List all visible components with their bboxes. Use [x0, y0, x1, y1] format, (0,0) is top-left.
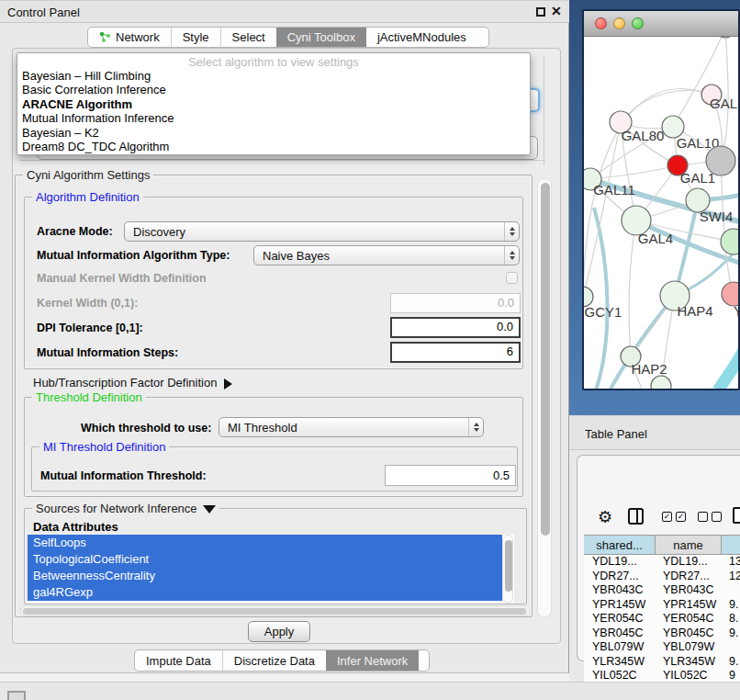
node-label: HAP2: [631, 361, 667, 377]
dropdown-item[interactable]: Bayesian – K2: [17, 126, 530, 140]
dropdown-prompt: Select algorithm to view settings: [17, 53, 530, 69]
node-label: GAL1: [680, 170, 715, 186]
network-edge[interactable]: [594, 208, 608, 389]
dropdown-item-list: Bayesian – Hill ClimbingBasic Correlatio…: [17, 69, 530, 153]
settings-horizontal-scrollbar[interactable]: [20, 605, 531, 616]
mi-steps-input[interactable]: 6: [390, 342, 521, 363]
network-edge[interactable]: [718, 350, 740, 389]
zoom-traffic-light-icon[interactable]: [632, 17, 644, 29]
mi-type-combobox[interactable]: Naive Bayes: [253, 245, 520, 265]
close-icon[interactable]: ✕: [551, 4, 562, 18]
network-edge[interactable]: [621, 91, 712, 122]
node-table-rows[interactable]: YDL19...YDL19...13YDR27...YDR27...12YBR0…: [584, 555, 740, 683]
aracne-mode-label: Aracne Mode:: [37, 225, 113, 238]
dropdown-item[interactable]: Basic Correlation Inference: [17, 83, 530, 96]
network-edge[interactable]: [721, 161, 733, 294]
table-row[interactable]: YBL079WYBL079W: [584, 640, 740, 655]
table-cell: YDR27...: [656, 570, 722, 584]
checked-box-icon[interactable]: ✓: [676, 512, 686, 522]
panel-title: Control Panel: [7, 6, 80, 19]
stepper-arrows-icon: [468, 418, 483, 436]
table-row[interactable]: YDL19...YDL19...13: [584, 555, 740, 570]
table-cell: YBR043C: [584, 583, 656, 598]
tab-impute-data[interactable]: Impute Data: [135, 650, 222, 671]
which-threshold-combobox[interactable]: MI Threshold: [219, 417, 484, 437]
float-window-icon[interactable]: [536, 7, 545, 17]
checked-box-icon[interactable]: ✓: [662, 512, 672, 522]
tab-label: Cyni Toolbox: [287, 30, 355, 44]
manual-kernel-checkbox[interactable]: [506, 272, 518, 284]
data-attributes-list[interactable]: SelfLoopsTopologicalCoefficientBetweenne…: [28, 535, 514, 604]
dropdown-item[interactable]: Dream8 DC_TDC Algorithm: [17, 140, 530, 153]
tab-cyni-toolbox[interactable]: Cyni Toolbox: [276, 28, 366, 47]
attribute-list-item[interactable]: TopologicalCoefficient: [28, 551, 502, 568]
kernel-width-input[interactable]: 0.0: [390, 293, 521, 313]
dropdown-item[interactable]: ARACNE Algorithm: [17, 97, 530, 111]
collapsed-arrow-icon: [224, 378, 232, 390]
table-row[interactable]: YBR043CYBR043C: [584, 583, 740, 598]
algorithm-dropdown-popup: Select algorithm to view settings Bayesi…: [17, 52, 531, 155]
tab-label: Style: [183, 30, 209, 44]
attribute-list-item[interactable]: BetweennessCentrality: [28, 568, 502, 584]
tab-select[interactable]: Select: [220, 28, 276, 47]
network-node[interactable]: [651, 376, 671, 389]
table-cell: YDR27...: [584, 570, 656, 584]
mi-type-label: Mutual Information Algorithm Type:: [37, 249, 230, 262]
unchecked-box-icon[interactable]: [698, 512, 708, 522]
network-node[interactable]: [721, 229, 740, 254]
table-row[interactable]: YER054CYER054C8.: [584, 612, 740, 627]
close-traffic-light-icon[interactable]: [595, 17, 607, 29]
table-row[interactable]: YLR345WYLR345W9.: [584, 655, 740, 670]
attributes-scrollbar[interactable]: [502, 535, 513, 604]
group-title: Algorithm Definition: [32, 190, 143, 204]
column-header-shared-name[interactable]: shared...: [584, 535, 656, 555]
dropdown-item[interactable]: Bayesian – Hill Climbing: [17, 69, 530, 83]
tab-jactivemnodules[interactable]: jActiveMNodules: [366, 28, 477, 47]
column-header-name[interactable]: name: [656, 535, 722, 555]
tab-network[interactable]: Network: [88, 28, 171, 47]
tab-discretize-data[interactable]: Discretize Data: [222, 650, 326, 671]
document-icon[interactable]: [733, 507, 740, 524]
dropdown-item[interactable]: Mutual Information Inference: [17, 111, 530, 125]
attribute-list-item[interactable]: gal4RGexp: [28, 584, 502, 601]
table-row[interactable]: YBR045CYBR045C9.: [584, 627, 740, 641]
network-edge[interactable]: [629, 220, 636, 356]
table-cell: YPR145W: [656, 598, 722, 613]
table-cell: 13: [722, 555, 740, 570]
table-cell: YBL079W: [584, 640, 656, 655]
tab-style[interactable]: Style: [171, 28, 220, 47]
tab-infer-network[interactable]: Infer Network: [326, 650, 419, 671]
table-cell: 8.: [722, 612, 738, 627]
dpi-tolerance-input[interactable]: 0.0: [390, 317, 521, 338]
network-icon: [99, 31, 111, 43]
mi-threshold-label: Mutual Information Threshold:: [40, 469, 207, 482]
table-row[interactable]: YPR145WYPR145W9.: [584, 598, 740, 613]
network-edge[interactable]: [584, 122, 621, 297]
network-canvas[interactable]: GALGAL80GAL10GAL1GAL11SWI4GAL4GCY1HAP4YH…: [584, 37, 740, 389]
aracne-mode-combobox[interactable]: Discovery: [124, 221, 520, 242]
network-window-titlebar[interactable]: [584, 11, 738, 37]
split-columns-icon[interactable]: [628, 508, 644, 525]
tab-label: Impute Data: [146, 654, 211, 668]
mi-threshold-input[interactable]: 0.5: [385, 465, 516, 486]
aracne-mode-value: Discovery: [125, 225, 504, 239]
apply-button[interactable]: Apply: [248, 621, 310, 642]
table-cell: YER054C: [584, 612, 656, 627]
network-node[interactable]: [715, 37, 735, 38]
table-cell: YLR345W: [656, 655, 722, 670]
minimize-traffic-light-icon[interactable]: [613, 17, 625, 29]
column-header-cut[interactable]: [722, 535, 740, 555]
table-cell: [722, 583, 729, 598]
table-cell: YLR345W: [584, 655, 656, 670]
settings-vertical-scrollbar[interactable]: [537, 178, 552, 617]
unchecked-box-icon[interactable]: [712, 512, 722, 522]
minimized-panel-icon[interactable]: [7, 691, 26, 700]
table-cell: YER054C: [656, 612, 722, 627]
table-row[interactable]: YDR27...YDR27...12: [584, 570, 740, 584]
network-edge[interactable]: [590, 165, 678, 179]
node-label: GAL4: [638, 231, 673, 246]
sources-title[interactable]: Sources for Network Inference: [32, 502, 219, 515]
hub-definition-toggle[interactable]: Hub/Transcription Factor Definition: [33, 376, 232, 390]
attribute-list-item[interactable]: SelfLoops: [28, 535, 502, 551]
gear-icon[interactable]: ⚙: [598, 507, 612, 527]
